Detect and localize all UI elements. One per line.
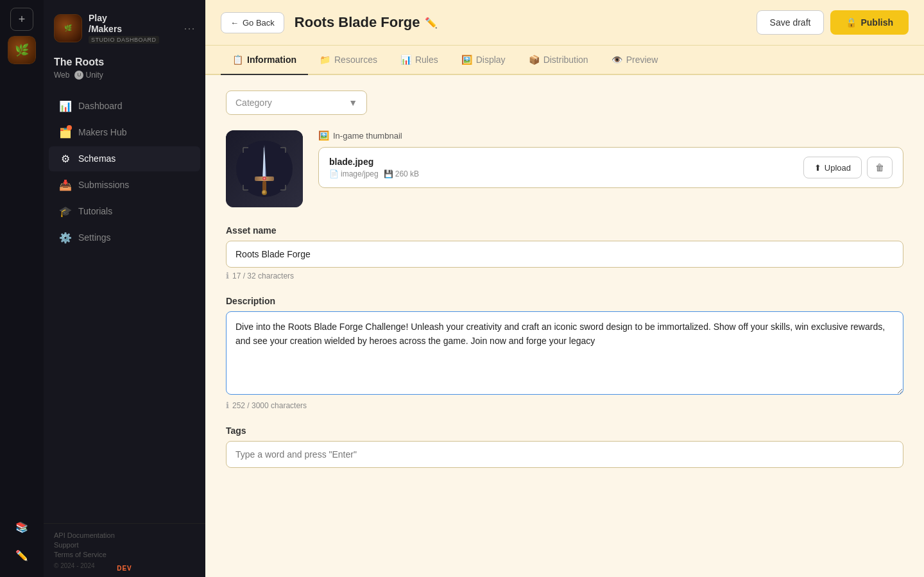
description-group: Description Dive into the Roots Blade Fo… — [226, 296, 903, 410]
go-back-button[interactable]: ← Go Back — [221, 12, 284, 33]
app-logo[interactable]: 🌿 — [8, 36, 36, 64]
tab-display[interactable]: 🖼️ Display — [450, 46, 517, 75]
support-link[interactable]: Support — [54, 541, 195, 549]
distribution-tab-icon: 📦 — [529, 55, 540, 65]
arrow-left-icon: ← — [230, 18, 239, 28]
page-title: Roots Blade Forge ✏️ — [295, 14, 438, 31]
sidebar-item-label: Dashboard — [78, 101, 123, 111]
sidebar-brand: 🌿 Play/Makers STUDIO DASHBOARD — [54, 13, 159, 44]
api-docs-link[interactable]: API Documentation — [54, 531, 195, 539]
sword-image — [226, 130, 303, 207]
settings-icon: ⚙️ — [59, 232, 72, 244]
terms-link[interactable]: Terms of Service — [54, 551, 195, 558]
info-icon: ℹ — [226, 271, 229, 280]
rules-tab-icon: 📊 — [400, 55, 411, 65]
asset-name-counter: ℹ 17 / 32 characters — [226, 271, 903, 280]
add-button[interactable]: + — [10, 8, 33, 31]
topbar-right: Save draft 🔒 Publish — [757, 10, 909, 35]
sidebar-item-label: Makers Hub — [78, 127, 126, 137]
brand-name: Play/Makers — [89, 13, 159, 35]
tag-web: Web — [54, 71, 69, 80]
tags-label: Tags — [226, 426, 903, 436]
image-icon: 🖼️ — [318, 130, 329, 141]
file-actions: ⬆ Upload 🗑 — [803, 157, 893, 178]
sidebar-item-makers-hub[interactable]: 🗂️ Makers Hub — [49, 120, 200, 145]
description-textarea[interactable]: Dive into the Roots Blade Forge Challeng… — [226, 311, 903, 395]
sword-svg — [235, 140, 293, 198]
sidebar-item-label: Tutorials — [78, 206, 112, 216]
project-name: The Roots — [54, 56, 195, 68]
tab-information[interactable]: 📋 Information — [221, 46, 308, 75]
sidebar-project: The Roots Web U Unity — [44, 51, 205, 87]
tag-unity: U Unity — [74, 71, 103, 80]
project-tags: Web U Unity — [54, 71, 195, 80]
file-info: blade.jpeg 📄 image/jpeg 💾 260 kB — [329, 157, 419, 178]
thumbnail-info: 🖼️ In-game thumbnail blade.jpeg 📄 image/… — [318, 130, 903, 188]
svg-rect-11 — [262, 181, 266, 191]
tags-input[interactable] — [226, 441, 903, 468]
sidebar-nav: 📊 Dashboard 🗂️ Makers Hub ⚙ Schemas 📥 Su… — [44, 87, 205, 523]
upload-button[interactable]: ⬆ Upload — [803, 157, 862, 178]
asset-name-input[interactable] — [226, 241, 903, 268]
sidebar: 🌿 Play/Makers STUDIO DASHBOARD ⋯ The Roo… — [44, 0, 205, 577]
save-draft-button[interactable]: Save draft — [757, 10, 825, 35]
sidebar-item-tutorials[interactable]: 🎓 Tutorials — [49, 199, 200, 224]
file-type-icon: 📄 — [329, 169, 339, 178]
main-content: ← Go Back Roots Blade Forge ✏️ Save draf… — [205, 0, 924, 577]
content-area: Category ▼ — [205, 75, 924, 577]
sidebar-item-settings[interactable]: ⚙️ Settings — [49, 225, 200, 250]
lock-icon: 🔒 — [846, 17, 857, 28]
notification-badge — [67, 125, 72, 130]
asset-name-group: Asset name ℹ 17 / 32 characters — [226, 225, 903, 280]
sidebar-item-dashboard[interactable]: 📊 Dashboard — [49, 94, 200, 119]
svg-point-14 — [264, 178, 266, 180]
icon-bar: + 🌿 📚 ✏️ — [0, 0, 44, 577]
sidebar-item-label: Submissions — [78, 180, 129, 190]
information-tab-icon: 📋 — [232, 55, 243, 65]
topbar-left: ← Go Back Roots Blade Forge ✏️ — [221, 12, 438, 33]
sidebar-header: 🌿 Play/Makers STUDIO DASHBOARD ⋯ — [44, 0, 205, 51]
upload-icon: ⬆ — [814, 163, 821, 173]
tab-rules[interactable]: 📊 Rules — [389, 46, 450, 75]
file-size: 💾 260 kB — [384, 169, 419, 178]
description-label: Description — [226, 296, 903, 306]
tab-resources[interactable]: 📁 Resources — [308, 46, 389, 75]
edit-title-icon[interactable]: ✏️ — [425, 17, 438, 29]
topbar: ← Go Back Roots Blade Forge ✏️ Save draf… — [205, 0, 924, 46]
chevron-down-icon: ▼ — [348, 98, 357, 108]
tab-bar: 📋 Information 📁 Resources 📊 Rules 🖼️ Dis… — [205, 46, 924, 75]
delete-button[interactable]: 🗑 — [867, 157, 893, 178]
thumbnail-image — [226, 130, 303, 207]
sidebar-logo: 🌿 — [54, 14, 82, 42]
sidebar-item-label: Settings — [78, 232, 111, 243]
sidebar-item-submissions[interactable]: 📥 Submissions — [49, 173, 200, 198]
preview-tab-icon: 👁️ — [612, 55, 622, 65]
description-counter: ℹ 252 / 3000 characters — [226, 400, 903, 410]
unity-icon: U — [74, 71, 83, 80]
file-card: blade.jpeg 📄 image/jpeg 💾 260 kB — [318, 147, 903, 188]
app-logo-inner: 🌿 — [8, 36, 36, 64]
tab-preview[interactable]: 👁️ Preview — [600, 46, 670, 75]
file-type: 📄 image/jpeg — [329, 169, 379, 178]
dev-badge: DEV — [117, 565, 132, 572]
more-icon[interactable]: ⋯ — [184, 21, 195, 35]
book-icon[interactable]: 📚 — [10, 515, 33, 538]
disk-icon: 💾 — [384, 169, 393, 178]
display-tab-icon: 🖼️ — [461, 55, 472, 65]
file-meta: 📄 image/jpeg 💾 260 kB — [329, 169, 419, 178]
tutorials-icon: 🎓 — [59, 205, 72, 218]
info-icon: ℹ — [226, 400, 229, 410]
resources-tab-icon: 📁 — [320, 55, 330, 65]
tab-distribution[interactable]: 📦 Distribution — [517, 46, 600, 75]
sidebar-item-schemas[interactable]: ⚙ Schemas — [49, 146, 200, 171]
schemas-icon: ⚙ — [59, 153, 72, 165]
studio-label: STUDIO DASHBOARD — [89, 36, 159, 44]
sidebar-item-label: Schemas — [78, 153, 116, 164]
dashboard-icon: 📊 — [59, 100, 72, 112]
category-dropdown[interactable]: Category ▼ — [226, 90, 367, 115]
thumbnail-label: 🖼️ In-game thumbnail — [318, 130, 903, 141]
edit-icon[interactable]: ✏️ — [10, 544, 33, 567]
tags-group: Tags — [226, 426, 903, 468]
trash-icon: 🗑 — [875, 162, 884, 173]
publish-button[interactable]: 🔒 Publish — [830, 10, 909, 35]
